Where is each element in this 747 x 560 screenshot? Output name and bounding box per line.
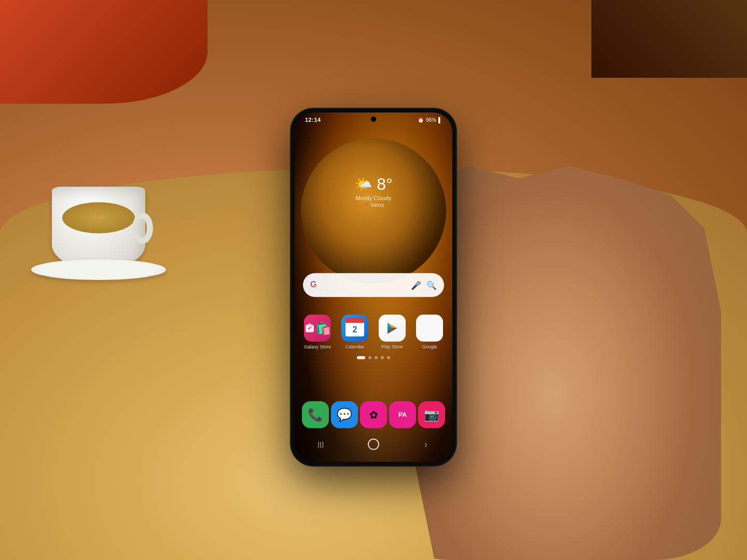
weather-temp: 8° (377, 175, 393, 194)
recents-button[interactable]: ||| (311, 437, 331, 452)
bixby-icon: ✿ (369, 409, 378, 421)
weather-description: Mostly Cloudy (327, 195, 420, 201)
cup-liquid (62, 202, 135, 233)
pa-icon: PA (398, 411, 407, 418)
bottom-dock: 📞 💬 ✿ PA 📷 (301, 401, 446, 428)
battery-icon: ▌ (438, 117, 442, 122)
weather-row: 🌤️ 8° (327, 175, 420, 194)
dot-2 (368, 356, 371, 359)
calendar-day: 2 (345, 323, 364, 337)
dot-5 (387, 356, 390, 359)
search-bar[interactable]: G 🎤 🔍 (303, 273, 444, 297)
tea-cup (42, 166, 156, 280)
weather-widget: 🌤️ 8° Mostly Cloudy Varna (327, 175, 420, 208)
weather-icon: 🌤️ (354, 176, 372, 193)
bg-top-left (0, 0, 208, 104)
dot-1 (357, 356, 365, 359)
dot-4 (381, 356, 384, 359)
page-dots (357, 356, 390, 359)
dot-3 (375, 356, 378, 359)
bg-top-right (591, 0, 747, 78)
play-store-svg (384, 320, 400, 336)
cup-body (52, 187, 145, 270)
app-calendar[interactable]: 2 Calendar (339, 315, 370, 349)
dock-bixby[interactable]: ✿ (360, 401, 387, 428)
status-time: 12:14 (305, 117, 321, 123)
home-button[interactable] (363, 437, 384, 452)
back-button[interactable]: ‹ (416, 437, 436, 452)
calendar-label: Calendar (345, 344, 365, 349)
dock-messages[interactable]: 💬 (331, 401, 358, 428)
home-icon (368, 439, 379, 450)
app-row: Galaxy Store 2 Calendar (299, 315, 448, 349)
dock-pa[interactable]: PA (389, 401, 416, 428)
alarm-icon: ⏰ (418, 117, 424, 122)
galaxy-store-label: Galaxy Store (304, 344, 331, 349)
galaxy-store-icon (304, 315, 331, 342)
phone: 12:14 ⏰ 96% ▌ 🌤️ 8° Mostly Cloudy (290, 108, 457, 466)
play-store-label: Play Store (381, 344, 403, 349)
status-icons: ⏰ 96% ▌ (418, 117, 442, 122)
calendar-inner: 2 (341, 315, 368, 342)
phone-icon: 📞 (308, 408, 323, 422)
app-galaxy-store[interactable]: Galaxy Store (302, 315, 333, 349)
dock-camera[interactable]: 📷 (418, 401, 445, 428)
galaxy-store-svg (304, 321, 315, 335)
dock-phone[interactable]: 📞 (302, 401, 329, 428)
lens-icon[interactable]: 🔍 (426, 280, 437, 290)
google-icon (416, 315, 443, 342)
cup-handle (132, 213, 153, 244)
phone-outer: 12:14 ⏰ 96% ▌ 🌤️ 8° Mostly Cloudy (290, 108, 457, 466)
background-scene: 12:14 ⏰ 96% ▌ 🌤️ 8° Mostly Cloudy (0, 0, 747, 560)
nav-bar: ||| ‹ (295, 432, 452, 457)
calendar-header (345, 318, 364, 323)
play-store-icon (379, 315, 406, 342)
battery-text: 96% (426, 117, 436, 122)
camera-icon: 📷 (424, 408, 439, 422)
google-g-logo: G (310, 280, 321, 290)
messages-icon: 💬 (337, 408, 352, 422)
cup-saucer (31, 259, 166, 280)
mic-icon[interactable]: 🎤 (411, 280, 421, 290)
weather-location-text: Varna (370, 202, 384, 208)
calendar-icon: 2 (341, 315, 368, 342)
app-google[interactable]: Google (414, 315, 445, 349)
google-label: Google (422, 344, 437, 349)
camera-hole (371, 117, 376, 122)
app-play-store[interactable]: Play Store (377, 315, 408, 349)
weather-location: Varna (327, 202, 420, 208)
phone-screen: 12:14 ⏰ 96% ▌ 🌤️ 8° Mostly Cloudy (295, 113, 452, 462)
